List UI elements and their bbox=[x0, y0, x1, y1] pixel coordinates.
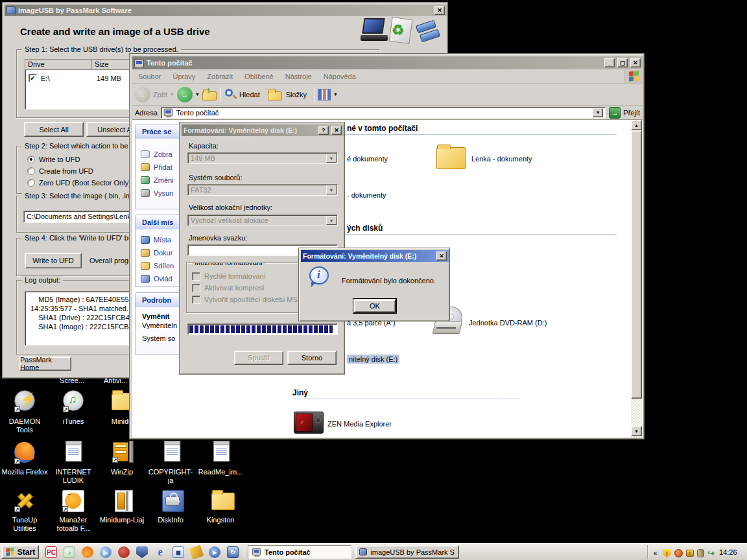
internet-explorer-icon[interactable]: e bbox=[154, 546, 166, 558]
daemon-tools-icon[interactable]: ⚡ ↗ bbox=[14, 390, 36, 412]
dvd-drive-item[interactable]: Jednotka DVD-RAM (D:) bbox=[469, 319, 547, 327]
close-icon[interactable]: ✕ bbox=[331, 126, 342, 135]
minimize-icon[interactable]: _ bbox=[604, 58, 615, 67]
zero-ufd-radio[interactable] bbox=[27, 179, 35, 187]
documents-item[interactable]: - dokumenty bbox=[347, 191, 386, 199]
scroll-down-icon[interactable]: ▼ bbox=[631, 426, 642, 436]
close-icon[interactable]: ✕ bbox=[436, 251, 447, 261]
tray-collapse-icon[interactable]: « bbox=[650, 548, 660, 558]
windows-update-icon[interactable]: ↻ bbox=[227, 546, 239, 558]
vertical-scrollbar[interactable]: ▲ ▼ bbox=[631, 120, 642, 438]
readme-file-icon[interactable] bbox=[213, 441, 230, 461]
desktop-icon-label[interactable]: Kingston bbox=[196, 516, 244, 524]
folders-label[interactable]: Složky bbox=[286, 91, 307, 99]
itunes-icon[interactable]: ♫ ↗ bbox=[63, 390, 85, 412]
safely-remove-icon[interactable]: ↪ bbox=[706, 548, 716, 558]
back-icon[interactable]: ← bbox=[135, 87, 150, 102]
desktop-icon-label[interactable]: Minidump-Liaj bbox=[98, 516, 146, 524]
desktop-icon-label[interactable]: WinZip bbox=[98, 468, 146, 476]
internet-ludik-file-icon[interactable] bbox=[65, 441, 82, 461]
passmark-home-button[interactable]: PassMark Home bbox=[19, 356, 71, 371]
cancel-button[interactable]: Storno bbox=[287, 351, 337, 365]
desktop-icon-label[interactable]: COPYRIGHT-ja bbox=[147, 468, 195, 485]
views-dropdown-icon[interactable]: ▼ bbox=[333, 92, 338, 97]
forward-dropdown-icon[interactable]: ▼ bbox=[195, 92, 200, 97]
folders-icon[interactable] bbox=[268, 89, 283, 100]
drive-checkbox[interactable]: ✓ bbox=[29, 74, 37, 82]
music-player-icon[interactable]: ♪ bbox=[64, 546, 75, 558]
create-from-ufd-radio[interactable] bbox=[27, 167, 35, 175]
copyright-file-icon[interactable] bbox=[164, 441, 180, 461]
radio-label[interactable]: Write to UFD bbox=[39, 156, 80, 163]
drive-cell[interactable]: E:\ bbox=[41, 75, 49, 82]
desktop-icon-label[interactable]: TuneUp Utilities bbox=[1, 516, 49, 533]
maximize-icon[interactable]: ▢ bbox=[617, 58, 628, 67]
write-to-ufd-button[interactable]: Write to UFD bbox=[25, 253, 82, 268]
size-cell[interactable]: 149 MB bbox=[97, 75, 121, 82]
write-to-ufd-radio[interactable] bbox=[27, 156, 35, 163]
folder-icon[interactable] bbox=[436, 147, 466, 169]
desktop-icon-label[interactable]: ReadMe_im... bbox=[196, 468, 244, 476]
minidump-zip-icon[interactable] bbox=[112, 490, 136, 512]
miro-player-icon[interactable] bbox=[118, 546, 130, 558]
address-dropdown-icon[interactable]: ▼ bbox=[593, 108, 603, 117]
forward-icon[interactable]: → bbox=[177, 87, 193, 102]
imageusb-titlebar[interactable]: imageUSB by PassMark Software ✕ bbox=[5, 5, 447, 16]
diskinfo-icon[interactable] bbox=[162, 490, 184, 512]
help-icon[interactable]: ? bbox=[318, 126, 329, 135]
desktop-icon-label[interactable]: INTERNET LUDIK bbox=[49, 468, 97, 485]
address-combobox[interactable]: Tento počítač ▼ bbox=[161, 107, 606, 119]
format-dialog-titlebar[interactable]: Formátování: Vyměnitelný disk (E:) ? ✕ bbox=[182, 124, 344, 136]
search-icon[interactable] bbox=[224, 88, 237, 101]
zen-device-icon[interactable]: ♪ bbox=[294, 412, 324, 434]
removable-disk-item-selected[interactable]: nitelný disk (E:) bbox=[347, 355, 399, 364]
desktop-icon-label[interactable]: iTunes bbox=[49, 417, 97, 426]
zen-media-explorer-item[interactable]: ZEN Media Explorer bbox=[327, 420, 392, 428]
desktop-icon-label[interactable]: DAEMON Tools bbox=[1, 417, 49, 434]
orange-ball-icon[interactable] bbox=[674, 548, 683, 558]
back-dropdown-icon[interactable]: ▼ bbox=[170, 92, 174, 97]
photo-manager-icon[interactable]: ~ ↗ bbox=[62, 490, 84, 512]
tuneup-utilities-icon[interactable]: ↗ bbox=[14, 490, 36, 512]
drive-column-header[interactable]: Drive bbox=[25, 60, 92, 69]
menu-upravy[interactable]: Úpravy bbox=[167, 73, 201, 80]
menu-zobrazit[interactable]: Zobrazit bbox=[201, 73, 239, 80]
desktop-icon-label[interactable]: Mozilla Firefox bbox=[1, 468, 49, 476]
firefox-icon[interactable]: ↗ bbox=[14, 442, 36, 464]
menu-napoveda[interactable]: Nápověda bbox=[318, 73, 362, 80]
desktop-icon-label[interactable]: Manažer fotoalb F... bbox=[49, 516, 97, 533]
taskbar-task-my-computer[interactable]: Tento počítač bbox=[248, 545, 351, 559]
close-icon[interactable]: ✕ bbox=[434, 6, 445, 15]
tray-clock[interactable]: 14:26 bbox=[719, 548, 737, 556]
database-icon[interactable] bbox=[696, 548, 706, 558]
kingston-folder-icon[interactable] bbox=[211, 493, 235, 510]
scrollbar-thumb[interactable] bbox=[631, 130, 642, 399]
media-sphere-icon[interactable]: ▶ bbox=[100, 546, 112, 558]
views-icon[interactable] bbox=[318, 89, 331, 100]
alert-lock-icon[interactable]: ! bbox=[685, 548, 694, 558]
message-dialog-titlebar[interactable]: Formátování: Vyměnitelný disk (E:) ✕ bbox=[301, 250, 449, 262]
go-button[interactable]: → Přejít bbox=[609, 107, 640, 119]
taskbar-task-imageusb[interactable]: imageUSB by PassMark S... bbox=[355, 545, 459, 559]
up-folder-icon[interactable]: ↑ bbox=[202, 88, 218, 102]
menu-soubor[interactable]: Soubor bbox=[132, 73, 167, 80]
lenka-documents-item[interactable]: Lenka - dokumenty bbox=[471, 155, 532, 163]
radio-label[interactable]: Create from UFD bbox=[39, 167, 93, 175]
media-player-icon[interactable]: ▶ bbox=[209, 546, 220, 558]
messenger-icon[interactable] bbox=[189, 544, 204, 559]
start-button[interactable]: Start bbox=[1, 545, 39, 559]
back-label[interactable]: Zpět bbox=[153, 91, 167, 99]
menu-nastroje[interactable]: Nástroje bbox=[279, 73, 318, 80]
scroll-up-icon[interactable]: ▲ bbox=[631, 120, 642, 130]
radio-label[interactable]: Zero UFD (Boot Sector Only) bbox=[39, 179, 131, 187]
desktop-icon-label[interactable]: DiskInfo bbox=[147, 516, 195, 524]
select-all-button[interactable]: Select All bbox=[24, 122, 84, 137]
menu-oblibene[interactable]: Oblíbené bbox=[239, 73, 279, 80]
search-label[interactable]: Hledat bbox=[239, 91, 260, 99]
red-pc-app-icon[interactable]: PC bbox=[45, 546, 57, 558]
ok-button[interactable]: OK bbox=[353, 299, 396, 313]
winzip-icon[interactable]: ↗ bbox=[112, 441, 136, 463]
show-desktop-icon[interactable]: ▦ bbox=[172, 546, 184, 558]
shield-app-icon[interactable] bbox=[136, 546, 148, 558]
shared-documents-item[interactable]: é dokumenty bbox=[347, 155, 388, 163]
